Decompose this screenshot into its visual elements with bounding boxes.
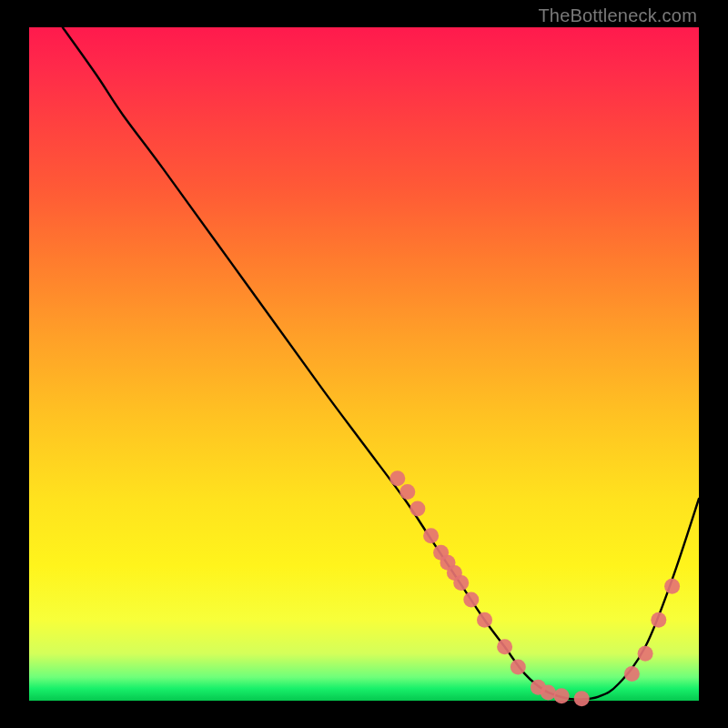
data-point [511,660,526,675]
data-point [423,528,439,543]
data-point [541,685,556,701]
data-point [574,691,590,706]
data-point [664,579,680,594]
chart-svg [29,27,699,701]
data-point [477,612,492,628]
data-point [453,575,469,591]
plot-area [29,27,699,701]
bottleneck-curve [63,27,699,700]
data-point [638,646,653,662]
data-point [410,501,425,517]
data-point [651,612,666,628]
data-point [554,688,570,703]
watermark-text: TheBottleneck.com [538,5,697,26]
data-point [389,470,405,486]
data-point [463,592,479,608]
data-point [497,639,512,654]
data-point [624,666,640,682]
data-point-group [389,470,680,706]
chart-frame: TheBottleneck.com [0,0,728,728]
data-point [399,484,415,500]
